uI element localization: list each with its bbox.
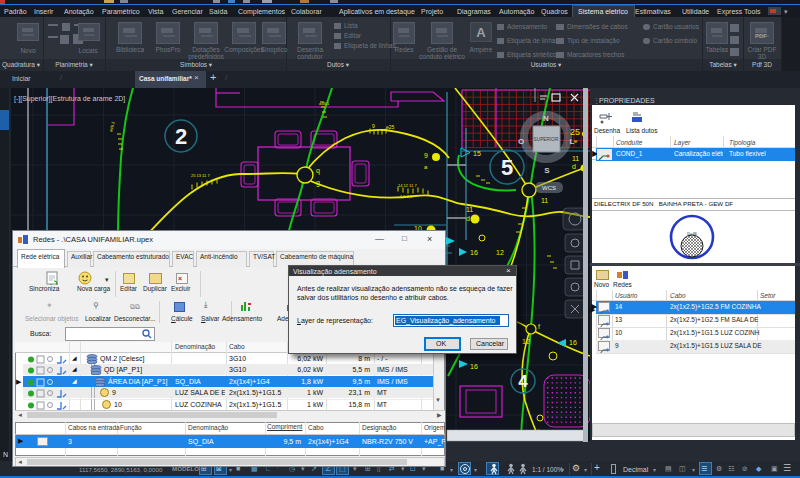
svg-text:16: 16 [470,249,478,256]
svg-text:12: 12 [496,249,504,256]
svg-text:25 13 11 7: 25 13 11 7 [191,173,210,178]
svg-text:12: 12 [522,338,530,345]
svg-text:g: g [316,179,320,187]
svg-text:f: f [538,323,540,330]
svg-text:q: q [316,167,320,175]
svg-text:L: L [570,137,575,146]
svg-text:11: 11 [541,197,548,204]
svg-text:e25: e25 [386,124,395,130]
svg-text:16: 16 [470,363,478,370]
svg-text:d: d [572,163,576,170]
svg-text:16: 16 [569,339,577,346]
svg-text:ø46.1: ø46.1 [319,101,330,106]
svg-text:N: N [543,114,549,123]
svg-text:11: 11 [572,155,579,162]
svg-text:SUPERIOR: SUPERIOR [533,137,559,142]
svg-text:15: 15 [473,150,481,157]
svg-text:d: d [466,215,470,222]
svg-text:11: 11 [466,206,473,213]
svg-text:4: 4 [518,372,528,391]
svg-text:14 12 11 7: 14 12 11 7 [398,183,417,188]
svg-text:9: 9 [424,152,428,159]
svg-text:1,5 2,5: 1,5 2,5 [400,194,413,199]
svg-text:O: O [518,137,524,146]
svg-text:WCS: WCS [542,185,556,191]
svg-text:2: 2 [175,124,187,149]
svg-text:5: 5 [501,155,513,180]
svg-text:N: N [3,451,8,458]
svg-text:D=46: D=46 [687,231,697,236]
svg-text:S: S [544,166,550,175]
svg-text:[-][Superior][Estrutura de ara: [-][Superior][Estrutura de arame 2D] [14,95,125,103]
svg-text:9: 9 [372,123,375,129]
